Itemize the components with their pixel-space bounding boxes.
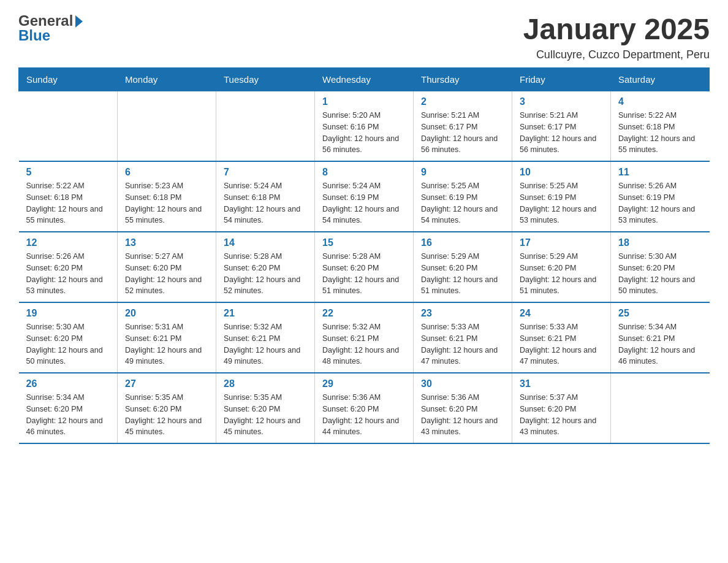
logo: General Blue: [18, 12, 83, 44]
day-info: Sunrise: 5:26 AM Sunset: 6:19 PM Dayligh…: [618, 180, 702, 226]
day-info: Sunrise: 5:33 AM Sunset: 6:21 PM Dayligh…: [421, 321, 504, 367]
calendar-cell: 16Sunrise: 5:29 AM Sunset: 6:20 PM Dayli…: [414, 232, 512, 302]
calendar-cell: 28Sunrise: 5:35 AM Sunset: 6:20 PM Dayli…: [216, 373, 315, 443]
day-number: 19: [26, 308, 110, 319]
day-info: Sunrise: 5:35 AM Sunset: 6:20 PM Dayligh…: [224, 392, 307, 438]
calendar-cell: 8Sunrise: 5:24 AM Sunset: 6:19 PM Daylig…: [315, 161, 414, 232]
day-info: Sunrise: 5:28 AM Sunset: 6:20 PM Dayligh…: [322, 251, 406, 297]
day-number: 4: [618, 96, 702, 107]
week-row-2: 5Sunrise: 5:22 AM Sunset: 6:18 PM Daylig…: [19, 161, 710, 232]
day-info: Sunrise: 5:34 AM Sunset: 6:21 PM Dayligh…: [618, 321, 702, 367]
day-info: Sunrise: 5:31 AM Sunset: 6:21 PM Dayligh…: [125, 321, 208, 367]
day-info: Sunrise: 5:26 AM Sunset: 6:20 PM Dayligh…: [26, 251, 110, 297]
day-info: Sunrise: 5:33 AM Sunset: 6:21 PM Dayligh…: [520, 321, 603, 367]
calendar-cell: 4Sunrise: 5:22 AM Sunset: 6:18 PM Daylig…: [611, 91, 710, 162]
day-header-thursday: Thursday: [414, 68, 512, 91]
page-title: January 2025: [523, 12, 710, 46]
calendar-cell: 30Sunrise: 5:36 AM Sunset: 6:20 PM Dayli…: [414, 373, 512, 443]
calendar-cell: 25Sunrise: 5:34 AM Sunset: 6:21 PM Dayli…: [611, 302, 710, 373]
day-info: Sunrise: 5:32 AM Sunset: 6:21 PM Dayligh…: [224, 321, 307, 367]
day-number: 9: [421, 167, 504, 178]
calendar-cell: 20Sunrise: 5:31 AM Sunset: 6:21 PM Dayli…: [118, 302, 216, 373]
calendar-cell: 5Sunrise: 5:22 AM Sunset: 6:18 PM Daylig…: [19, 161, 118, 232]
day-info: Sunrise: 5:22 AM Sunset: 6:18 PM Dayligh…: [26, 180, 110, 226]
day-number: 30: [421, 378, 504, 389]
calendar-cell: 21Sunrise: 5:32 AM Sunset: 6:21 PM Dayli…: [216, 302, 315, 373]
calendar-cell: 17Sunrise: 5:29 AM Sunset: 6:20 PM Dayli…: [512, 232, 611, 302]
day-info: Sunrise: 5:36 AM Sunset: 6:20 PM Dayligh…: [421, 392, 504, 438]
day-number: 2: [421, 96, 504, 107]
day-number: 21: [224, 308, 307, 319]
week-row-5: 26Sunrise: 5:34 AM Sunset: 6:20 PM Dayli…: [19, 373, 710, 443]
day-number: 24: [520, 308, 603, 319]
day-number: 16: [421, 237, 504, 248]
day-info: Sunrise: 5:21 AM Sunset: 6:17 PM Dayligh…: [520, 110, 603, 156]
day-number: 22: [322, 308, 406, 319]
day-info: Sunrise: 5:23 AM Sunset: 6:18 PM Dayligh…: [125, 180, 208, 226]
calendar-cell: 7Sunrise: 5:24 AM Sunset: 6:18 PM Daylig…: [216, 161, 315, 232]
calendar-cell: 19Sunrise: 5:30 AM Sunset: 6:20 PM Dayli…: [19, 302, 118, 373]
day-info: Sunrise: 5:37 AM Sunset: 6:20 PM Dayligh…: [520, 392, 603, 438]
calendar-cell: 1Sunrise: 5:20 AM Sunset: 6:16 PM Daylig…: [315, 91, 414, 162]
calendar-cell: [216, 91, 315, 162]
day-info: Sunrise: 5:29 AM Sunset: 6:20 PM Dayligh…: [421, 251, 504, 297]
day-number: 11: [618, 167, 702, 178]
calendar-table: SundayMondayTuesdayWednesdayThursdayFrid…: [18, 67, 710, 444]
day-number: 27: [125, 378, 208, 389]
day-number: 20: [125, 308, 208, 319]
calendar-cell: 9Sunrise: 5:25 AM Sunset: 6:19 PM Daylig…: [414, 161, 512, 232]
calendar-cell: 18Sunrise: 5:30 AM Sunset: 6:20 PM Dayli…: [611, 232, 710, 302]
calendar-cell: 29Sunrise: 5:36 AM Sunset: 6:20 PM Dayli…: [315, 373, 414, 443]
calendar-cell: 27Sunrise: 5:35 AM Sunset: 6:20 PM Dayli…: [118, 373, 216, 443]
day-info: Sunrise: 5:30 AM Sunset: 6:20 PM Dayligh…: [618, 251, 702, 297]
day-header-sunday: Sunday: [19, 68, 118, 91]
calendar-cell: [611, 373, 710, 443]
day-info: Sunrise: 5:34 AM Sunset: 6:20 PM Dayligh…: [26, 392, 110, 438]
day-number: 31: [520, 378, 603, 389]
day-info: Sunrise: 5:29 AM Sunset: 6:20 PM Dayligh…: [520, 251, 603, 297]
calendar-cell: 14Sunrise: 5:28 AM Sunset: 6:20 PM Dayli…: [216, 232, 315, 302]
day-info: Sunrise: 5:22 AM Sunset: 6:18 PM Dayligh…: [618, 110, 702, 156]
day-number: 3: [520, 96, 603, 107]
day-number: 14: [224, 237, 307, 248]
logo-blue-text: Blue: [18, 27, 50, 44]
day-number: 1: [322, 96, 406, 107]
day-info: Sunrise: 5:30 AM Sunset: 6:20 PM Dayligh…: [26, 321, 110, 367]
calendar-cell: 24Sunrise: 5:33 AM Sunset: 6:21 PM Dayli…: [512, 302, 611, 373]
day-header-tuesday: Tuesday: [216, 68, 315, 91]
location-subtitle: Cullcuyre, Cuzco Department, Peru: [523, 48, 710, 61]
week-row-4: 19Sunrise: 5:30 AM Sunset: 6:20 PM Dayli…: [19, 302, 710, 373]
calendar-header: SundayMondayTuesdayWednesdayThursdayFrid…: [19, 68, 710, 91]
calendar-cell: 6Sunrise: 5:23 AM Sunset: 6:18 PM Daylig…: [118, 161, 216, 232]
day-number: 26: [26, 378, 110, 389]
day-info: Sunrise: 5:24 AM Sunset: 6:19 PM Dayligh…: [322, 180, 406, 226]
calendar-cell: 2Sunrise: 5:21 AM Sunset: 6:17 PM Daylig…: [414, 91, 512, 162]
week-row-3: 12Sunrise: 5:26 AM Sunset: 6:20 PM Dayli…: [19, 232, 710, 302]
day-number: 10: [520, 167, 603, 178]
calendar-cell: [118, 91, 216, 162]
calendar-cell: 26Sunrise: 5:34 AM Sunset: 6:20 PM Dayli…: [19, 373, 118, 443]
day-number: 25: [618, 308, 702, 319]
day-info: Sunrise: 5:32 AM Sunset: 6:21 PM Dayligh…: [322, 321, 406, 367]
day-number: 18: [618, 237, 702, 248]
calendar-cell: 12Sunrise: 5:26 AM Sunset: 6:20 PM Dayli…: [19, 232, 118, 302]
calendar-cell: 10Sunrise: 5:25 AM Sunset: 6:19 PM Dayli…: [512, 161, 611, 232]
day-number: 23: [421, 308, 504, 319]
calendar-cell: [19, 91, 118, 162]
day-info: Sunrise: 5:24 AM Sunset: 6:18 PM Dayligh…: [224, 180, 307, 226]
day-number: 28: [224, 378, 307, 389]
logo-triangle-icon: [75, 15, 83, 28]
day-info: Sunrise: 5:28 AM Sunset: 6:20 PM Dayligh…: [224, 251, 307, 297]
day-header-saturday: Saturday: [611, 68, 710, 91]
calendar-body: 1Sunrise: 5:20 AM Sunset: 6:16 PM Daylig…: [19, 91, 710, 444]
day-number: 6: [125, 167, 208, 178]
day-info: Sunrise: 5:20 AM Sunset: 6:16 PM Dayligh…: [322, 110, 406, 156]
day-info: Sunrise: 5:36 AM Sunset: 6:20 PM Dayligh…: [322, 392, 406, 438]
day-info: Sunrise: 5:25 AM Sunset: 6:19 PM Dayligh…: [520, 180, 603, 226]
calendar-cell: 13Sunrise: 5:27 AM Sunset: 6:20 PM Dayli…: [118, 232, 216, 302]
day-header-wednesday: Wednesday: [315, 68, 414, 91]
calendar-cell: 22Sunrise: 5:32 AM Sunset: 6:21 PM Dayli…: [315, 302, 414, 373]
day-number: 29: [322, 378, 406, 389]
day-number: 15: [322, 237, 406, 248]
week-row-1: 1Sunrise: 5:20 AM Sunset: 6:16 PM Daylig…: [19, 91, 710, 162]
